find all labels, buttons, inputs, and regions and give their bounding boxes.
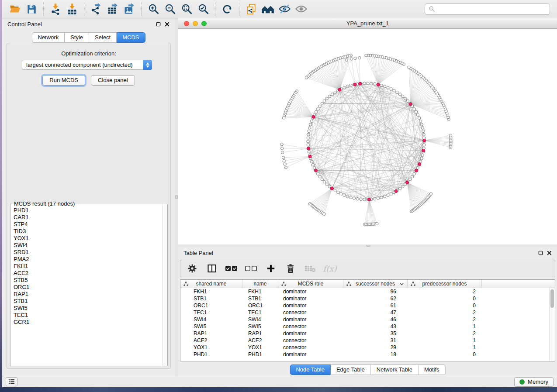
- show-all-button[interactable]: [293, 2, 309, 17]
- table-cell: SWI5: [180, 323, 242, 330]
- run-mcds-button[interactable]: Run MCDS: [42, 75, 85, 86]
- mcds-list-scrollbar[interactable]: [162, 204, 167, 366]
- zoom-in-button[interactable]: [145, 2, 162, 17]
- export-image-button[interactable]: [121, 2, 138, 17]
- memory-button[interactable]: Memory: [514, 377, 554, 387]
- import-table-button[interactable]: [64, 2, 80, 17]
- open-file-button[interactable]: [7, 2, 23, 17]
- main-toolbar: [2, 0, 557, 18]
- close-panel-icon[interactable]: [547, 251, 552, 255]
- close-panel-button[interactable]: Close panel: [91, 75, 135, 86]
- table-cell: connector: [278, 337, 343, 344]
- clone-network-button[interactable]: [243, 2, 259, 17]
- close-panel-icon[interactable]: [165, 22, 170, 27]
- table-cell: 96: [343, 288, 408, 295]
- table-cell: TEC1: [242, 309, 278, 316]
- table-cell: ACE2: [242, 337, 278, 344]
- mcds-result-item[interactable]: STB1: [14, 298, 162, 305]
- table-cell: 61: [343, 302, 408, 309]
- table-row[interactable]: ORC1ORC1dominator610: [180, 302, 555, 309]
- table-row[interactable]: RAP1RAP1dominator352: [180, 330, 555, 337]
- save-session-button[interactable]: [23, 2, 40, 17]
- toolbar-separator: [141, 3, 142, 16]
- fx-icon: f(x): [323, 264, 337, 273]
- column-settings-button[interactable]: [186, 262, 199, 275]
- table-cell: ORC1: [242, 302, 278, 309]
- zoom-out-button[interactable]: [162, 2, 178, 17]
- mcds-result-item[interactable]: RAP1: [14, 291, 162, 298]
- mcds-result-item[interactable]: SRD1: [14, 249, 162, 256]
- splitter-grabber[interactable]: [175, 195, 178, 199]
- tab-edge-table[interactable]: Edge Table: [331, 364, 371, 375]
- table-row[interactable]: ACE2ACE2connector311: [180, 337, 555, 344]
- mcds-result-item[interactable]: CAR1: [14, 214, 162, 221]
- hide-selected-button[interactable]: [276, 2, 293, 17]
- network-view-canvas[interactable]: [178, 29, 557, 244]
- scrollbar-thumb[interactable]: [550, 289, 554, 308]
- mcds-result-item[interactable]: STB5: [14, 277, 162, 284]
- tab-select[interactable]: Select: [89, 32, 117, 43]
- mcds-result-item[interactable]: YOX1: [14, 235, 162, 242]
- mcds-result-item[interactable]: TEC1: [14, 312, 162, 319]
- column-header-predecessor-nodes[interactable]: predecessor nodes: [408, 280, 482, 288]
- import-network-button[interactable]: [47, 2, 64, 17]
- table-row[interactable]: PHD1PHD1dominator180: [180, 351, 555, 358]
- tab-network-table[interactable]: Network Table: [371, 364, 419, 375]
- delete-column-button[interactable]: [284, 262, 297, 275]
- tab-network[interactable]: Network: [31, 32, 65, 43]
- create-column-button[interactable]: [264, 262, 277, 275]
- mcds-result-item[interactable]: STP4: [14, 221, 162, 228]
- unselect-all-columns-button[interactable]: [245, 262, 258, 275]
- zoom-selected-button[interactable]: [195, 2, 211, 17]
- apply-layout-button[interactable]: [219, 2, 235, 17]
- table-cell: 0: [408, 295, 482, 302]
- mcds-result-item[interactable]: GCR1: [14, 319, 162, 326]
- network-graph[interactable]: [178, 29, 557, 244]
- table-cell: 0: [408, 351, 482, 358]
- table-cell: STB1: [242, 295, 278, 302]
- table-row[interactable]: FKH1FKH1dominator962: [180, 288, 555, 295]
- tab-node-table[interactable]: Node Table: [290, 364, 331, 375]
- column-header-MCDS-role[interactable]: MCDS role: [278, 280, 343, 288]
- table-cell: SWI4: [180, 316, 242, 323]
- export-network-button[interactable]: [88, 2, 104, 17]
- table-cell: 31: [343, 337, 408, 344]
- table-row[interactable]: STB1STB1dominator620: [180, 295, 555, 302]
- first-neighbors-button[interactable]: [259, 2, 276, 17]
- table-row[interactable]: SWI4SWI4dominator462: [180, 316, 555, 323]
- optimization-criterion-select[interactable]: largest connected component (undirected): [22, 60, 152, 70]
- show-columns-button[interactable]: [205, 262, 218, 275]
- table-row[interactable]: YOX1YOX1connector291: [180, 344, 555, 351]
- mcds-result-item[interactable]: ORC1: [14, 284, 162, 291]
- tab-motifs[interactable]: Motifs: [419, 364, 446, 375]
- mcds-result-item[interactable]: PMA2: [14, 256, 162, 263]
- column-header-name[interactable]: name: [242, 280, 278, 288]
- table-cell: 47: [343, 309, 408, 316]
- zoom-fit-button[interactable]: [178, 2, 195, 17]
- float-panel-icon[interactable]: [538, 251, 543, 255]
- mcds-result-item[interactable]: FKH1: [14, 263, 162, 270]
- table-scrollbar[interactable]: [549, 288, 555, 361]
- splitter-grabber[interactable]: [366, 245, 370, 247]
- table-row[interactable]: TEC1TEC1connector472: [180, 309, 555, 316]
- show-panels-button[interactable]: [6, 377, 17, 386]
- network-search-input[interactable]: [425, 3, 550, 15]
- float-panel-icon[interactable]: [156, 22, 161, 27]
- vertical-splitter[interactable]: [175, 18, 178, 376]
- table-cell: connector: [278, 309, 343, 316]
- mcds-result-item[interactable]: ACE2: [14, 270, 162, 277]
- export-table-button[interactable]: [104, 2, 121, 17]
- tab-mcds[interactable]: MCDS: [117, 32, 145, 43]
- mcds-result-item[interactable]: SWI5: [14, 305, 162, 312]
- table-row[interactable]: SWI5SWI5connector431: [180, 323, 555, 330]
- tab-style[interactable]: Style: [65, 32, 89, 43]
- toolbar-separator: [215, 3, 215, 16]
- select-all-columns-button[interactable]: [225, 262, 238, 275]
- mcds-result-item[interactable]: SWI4: [14, 242, 162, 249]
- table-cell: 1: [408, 337, 482, 344]
- mcds-result-item[interactable]: PHD1: [14, 207, 162, 214]
- mcds-result-item[interactable]: TID3: [14, 228, 162, 235]
- column-header-shared-name[interactable]: shared name: [180, 280, 242, 288]
- search-field[interactable]: [438, 6, 546, 12]
- column-header-successor-nodes[interactable]: successor nodes: [343, 280, 408, 288]
